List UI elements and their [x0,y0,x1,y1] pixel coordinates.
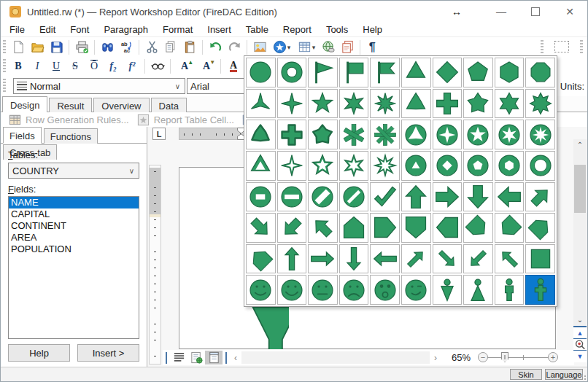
shape-ring[interactable] [525,151,555,181]
close-button[interactable]: ✕ [555,1,584,23]
insert-shape-icon[interactable]: ▾ [270,39,293,55]
dropdown-caret-icon[interactable]: ▾ [312,44,316,51]
toolbar-grip[interactable] [580,40,583,55]
menu-report[interactable]: Report [276,23,319,36]
shape-star5-fat[interactable] [463,89,493,119]
shape-circle[interactable] [246,58,276,87]
shape-star8[interactable] [370,89,400,119]
shape-arrow-up-fat[interactable] [401,182,431,212]
undo-icon[interactable] [206,39,224,55]
next-page-icon[interactable]: ▼ [573,351,587,362]
shape-checkmark[interactable] [370,182,400,212]
italic-button[interactable]: I [28,58,46,74]
shape-hexagon[interactable] [495,58,525,87]
shape-face-surprised[interactable] [370,275,400,305]
shape-arrow-nw-thin[interactable] [495,244,525,274]
grow-font-button[interactable]: A▲ [174,58,195,74]
glasses-icon[interactable] [149,58,166,74]
minimize-button[interactable]: — [487,1,516,23]
shape-face-sad[interactable] [339,275,369,305]
shape-flag-pennant[interactable] [308,58,338,87]
shape-face-grin[interactable] [277,275,307,305]
menu-format[interactable]: Format [155,23,200,36]
shape-circle-hole-star6[interactable] [495,120,525,149]
shape-pentagon-arrow-left[interactable] [433,213,463,243]
shape-star3-fat[interactable] [401,89,431,119]
shape-circle-hole-star8[interactable] [525,120,555,149]
shape-circle-hole-star5[interactable] [463,120,493,149]
tab-functions[interactable]: Functions [44,128,98,144]
underline-button[interactable]: U [47,58,65,74]
selection-rectangle-icon[interactable] [552,39,571,54]
browse-object-icon[interactable] [573,339,587,350]
shape-asterisk6[interactable] [339,120,369,149]
shape-arrow-sw-fat[interactable] [277,213,307,243]
find-icon[interactable] [98,39,116,55]
shape-pentagon-arrow-se[interactable] [463,213,493,243]
tab-design[interactable]: Design [2,96,47,113]
shape-arrow-se-fat[interactable] [246,213,276,243]
shape-star4-outline[interactable] [277,151,307,181]
shape-circle-hole-bar[interactable] [277,182,307,212]
scrollbar-thumb[interactable] [574,165,586,213]
shape-diamond[interactable] [433,58,463,87]
insert-table-icon[interactable]: ▾ [295,39,318,55]
scroll-left-icon[interactable]: ‹ [230,353,241,363]
zoom-slider-thumb[interactable] [501,352,508,362]
shape-star8-fat[interactable] [525,89,555,119]
shape-arrow-left-thin[interactable] [370,244,400,274]
field-item-population[interactable]: POPULATION [9,243,139,255]
field-item-capital[interactable]: CAPITAL [9,208,139,220]
shape-arrow-down-thin[interactable] [339,244,369,274]
shape-circle-hole-star4[interactable] [433,120,463,149]
insert-image-icon[interactable] [251,39,268,55]
vertical-ruler[interactable] [149,165,161,365]
shape-flag-swallowtail[interactable] [370,58,400,87]
replace-icon[interactable]: abac [117,39,135,55]
shape-arrow-ne-thin[interactable] [401,244,431,274]
tab-fields[interactable]: Fields [3,127,42,144]
scroll-right-icon[interactable]: › [430,353,441,363]
vertical-scrollbar[interactable]: ⌃ ⌄ [573,139,587,326]
strikethrough-button[interactable]: S [66,58,84,74]
shape-face-smile[interactable] [246,275,276,305]
menu-file[interactable]: File [2,23,32,36]
shape-person-boy[interactable] [495,275,525,305]
paste-special-icon[interactable] [339,39,356,55]
toolbar-grip[interactable] [3,79,6,93]
shape-cross[interactable] [433,89,463,119]
paragraph-marks-icon[interactable]: ¶ [364,39,382,55]
shape-square[interactable] [525,244,555,274]
overline-button[interactable]: Ō [85,58,103,74]
shape-arrow-right-thin[interactable] [308,244,338,274]
report-table-cell-button[interactable]: Report Table Cell... [136,113,234,127]
menu-edit[interactable]: Edit [32,23,63,36]
menu-insert[interactable]: Insert [200,23,239,36]
shape-circle-slash-thin[interactable] [339,182,369,212]
zoom-out-button[interactable]: − [478,352,488,362]
shape-arrow-ne-fat[interactable] [525,182,555,212]
zoom-slider[interactable]: − + [478,351,558,365]
shape-person-pyramid[interactable] [463,275,493,305]
draft-view-button[interactable] [170,351,187,365]
shape-arrow-se-thin[interactable] [433,244,463,274]
toolbar-grip[interactable] [3,40,6,55]
resize-grip[interactable] [581,375,587,381]
shape-arrow-sw-thin[interactable] [463,244,493,274]
scroll-down-icon[interactable]: ⌄ [573,314,587,326]
redo-icon[interactable] [225,39,243,55]
menu-font[interactable]: Font [63,23,96,36]
field-item-area[interactable]: AREA [9,232,139,243]
shape-star8-outline[interactable] [370,151,400,181]
shape-arrow-down-fat[interactable] [463,182,493,212]
inserted-funnel-shape[interactable] [251,307,289,349]
superscript-button[interactable]: f² [123,58,141,74]
shape-star5-round[interactable] [308,120,338,149]
tab-overview[interactable]: Overview [93,98,149,113]
shape-triangle[interactable] [401,58,431,87]
menu-paragraph[interactable]: Paragraph [96,23,155,36]
menu-tools[interactable]: Tools [319,23,355,36]
shape-pentagon-arrow-nw[interactable] [246,244,276,274]
help-button[interactable]: Help [8,344,70,362]
shape-star4-thin[interactable] [277,89,307,119]
